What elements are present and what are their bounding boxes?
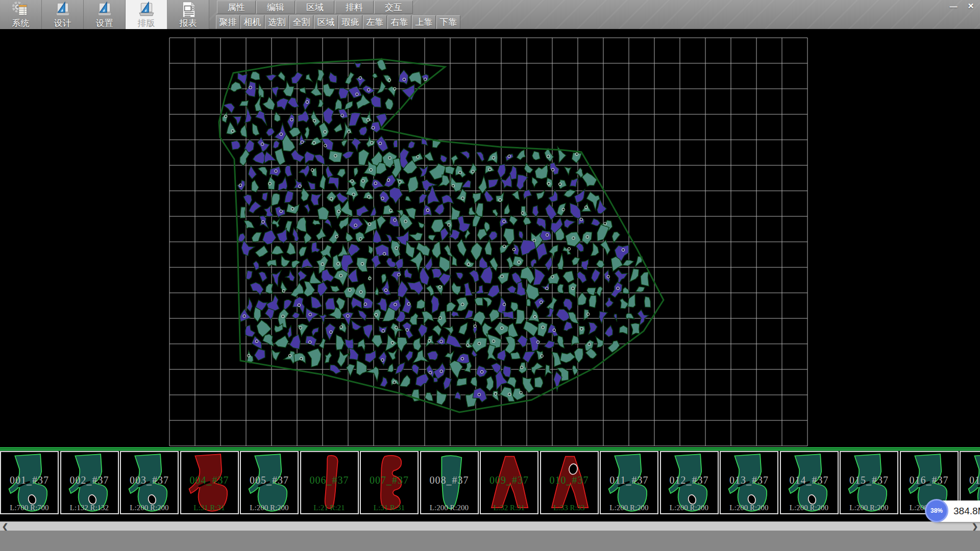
piece-id-label: 014_#37: [781, 474, 838, 486]
piece-size-label: L:200 R:200: [841, 504, 897, 512]
app-nav-1[interactable]: 系统: [0, 0, 42, 29]
piece-size-label: L:200 R:200: [421, 504, 478, 512]
piece-id-label: 017_#37: [961, 474, 980, 486]
piece-size-label: L:31 R:31: [181, 504, 238, 512]
tool-button[interactable]: 全割: [289, 15, 313, 29]
piece-id-label: 011_#37: [601, 474, 657, 486]
thumbnail-cell[interactable]: 007_#37L:31 R:31: [360, 451, 419, 514]
thumbnail-cell[interactable]: 010_#37L:33 R:33: [540, 451, 599, 514]
app-nav-4[interactable]: 排版: [126, 0, 167, 29]
window-controls: — ✕: [947, 2, 977, 11]
thumbnail-cell[interactable]: 002_#37L:132 R:132: [60, 451, 119, 514]
tool-button[interactable]: 左靠: [363, 15, 387, 29]
horizontal-scrollbar[interactable]: ❮ ❯: [0, 521, 980, 531]
menu-tab[interactable]: 区域: [296, 1, 334, 14]
piece-id-label: 007_#37: [361, 474, 418, 486]
close-button[interactable]: ✕: [964, 2, 977, 11]
piece-id-label: 004_#37: [181, 474, 238, 486]
piece-size-label: L:21 R:21: [301, 504, 358, 512]
piece-size-label: L:200 R:200: [241, 504, 298, 512]
tool-button[interactable]: 上靠: [412, 15, 436, 29]
menu-rows: 属性编辑区域排料交互 聚排相机选割全割区域瑕疵左靠右靠上靠下靠: [209, 0, 980, 30]
thumbnail-cell[interactable]: 005_#37L:200 R:200: [240, 451, 299, 514]
filmstrip-separator-line: [0, 447, 980, 451]
piece-size-label: L:200 R:200: [661, 504, 718, 512]
triangle-ruler-icon: [137, 1, 156, 18]
status-footer: [0, 531, 980, 551]
menu-tab[interactable]: 编辑: [256, 1, 295, 14]
app-nav-3[interactable]: 设置: [84, 0, 126, 29]
piece-size-label: L:700 R:700: [1, 504, 58, 512]
hide-nesting-scene[interactable]: [0, 29, 980, 448]
piece-id-label: 001_#37: [1, 474, 58, 486]
piece-id-label: 002_#37: [61, 474, 118, 486]
app-nav-label: 排版: [138, 18, 155, 29]
piece-size-label: L:200 R:200: [121, 504, 178, 512]
app-nav-5[interactable]: 报表: [167, 0, 209, 29]
thumbnail-cell[interactable]: 003_#37L:200 R:200: [120, 451, 179, 514]
tool-button[interactable]: 相机: [240, 15, 264, 29]
scroll-left-arrow-icon[interactable]: ❮: [1, 522, 9, 531]
tool-button[interactable]: 下靠: [436, 15, 460, 29]
nested-pieces[interactable]: [222, 58, 651, 407]
thumbnail-cell[interactable]: 013_#37L:200 R:200: [720, 451, 778, 514]
report-document-icon: [179, 1, 198, 18]
menu-tab[interactable]: 排料: [335, 1, 374, 14]
thumbnail-cell[interactable]: 008_#37L:200 R:200: [420, 451, 479, 514]
piece-id-label: 016_#37: [901, 474, 958, 486]
scroll-right-arrow-icon[interactable]: ❯: [971, 522, 979, 531]
piece-size-label: L:32 R:31: [481, 504, 537, 512]
app-nav: 系统设计设置排版报表: [0, 0, 209, 29]
memory-usage-value: 384.8M: [953, 506, 980, 517]
piece-size-label: L:200 R:200: [781, 504, 838, 512]
gear-spreadsheet-icon: [12, 1, 30, 18]
tool-button[interactable]: 瑕疵: [338, 15, 362, 29]
triangle-ruler-icon: [54, 1, 72, 18]
piece-id-label: 009_#37: [481, 474, 537, 486]
thumbnail-cell[interactable]: 014_#37L:200 R:200: [780, 451, 839, 514]
tool-row: 聚排相机选割全割区域瑕疵左靠右靠上靠下靠: [209, 15, 980, 30]
app-nav-label: 系统: [12, 18, 30, 29]
thumbnail-cell[interactable]: 006_#37L:21 R:21: [300, 451, 359, 514]
app-nav-2[interactable]: 设计: [42, 0, 84, 29]
tool-button[interactable]: 聚排: [216, 15, 240, 29]
piece-id-label: 005_#37: [241, 474, 298, 486]
piece-size-label: L:200 R:200: [601, 504, 657, 512]
app-nav-label: 设置: [96, 18, 113, 29]
piece-id-label: 013_#37: [721, 474, 777, 486]
piece-filmstrip: 001_#37L:700 R:700002_#37L:132 R:132003_…: [0, 451, 980, 515]
piece-id-label: 008_#37: [421, 474, 478, 486]
piece-id-label: 015_#37: [841, 474, 897, 486]
menu-tab[interactable]: 交互: [374, 1, 413, 14]
nesting-canvas[interactable]: 001_#37L:700 R:700002_#37L:132 R:132003_…: [0, 29, 980, 521]
thumbnail-cell[interactable]: 011_#37L:200 R:200: [600, 451, 658, 514]
thumbnail-cell[interactable]: 001_#37L:700 R:700: [0, 451, 59, 514]
piece-id-label: 010_#37: [541, 474, 598, 486]
minimize-button[interactable]: —: [947, 2, 960, 11]
app-nav-label: 设计: [54, 18, 71, 29]
piece-size-label: L:33 R:33: [541, 504, 598, 512]
menu-tab[interactable]: 属性: [217, 1, 256, 14]
tool-button[interactable]: 区域: [314, 15, 338, 29]
app-window: 系统设计设置排版报表 属性编辑区域排料交互 聚排相机选割全割区域瑕疵左靠右靠上靠…: [0, 0, 980, 551]
piece-size-label: L:200 R:200: [721, 504, 777, 512]
piece-size-label: L:132 R:132: [61, 504, 118, 512]
app-nav-label: 报表: [180, 18, 197, 29]
piece-id-label: 012_#37: [661, 474, 718, 486]
toolbar: 系统设计设置排版报表 属性编辑区域排料交互 聚排相机选割全割区域瑕疵左靠右靠上靠…: [0, 0, 980, 29]
tool-button[interactable]: 选割: [265, 15, 289, 29]
thumbnail-cell[interactable]: 004_#37L:31 R:31: [180, 451, 239, 514]
piece-id-label: 006_#37: [301, 474, 358, 486]
progress-percent-badge[interactable]: 38%: [925, 499, 948, 522]
thumbnail-cell[interactable]: 009_#37L:32 R:31: [480, 451, 538, 514]
menu-tabs: 属性编辑区域排料交互: [209, 0, 980, 15]
thumbnail-cell[interactable]: 012_#37L:200 R:200: [660, 451, 719, 514]
thumbnail-cell[interactable]: 015_#37L:200 R:200: [840, 451, 898, 514]
triangle-ruler-icon: [95, 1, 114, 18]
piece-size-label: L:31 R:31: [361, 504, 418, 512]
tool-button[interactable]: 右靠: [387, 15, 411, 29]
piece-id-label: 003_#37: [121, 474, 178, 486]
